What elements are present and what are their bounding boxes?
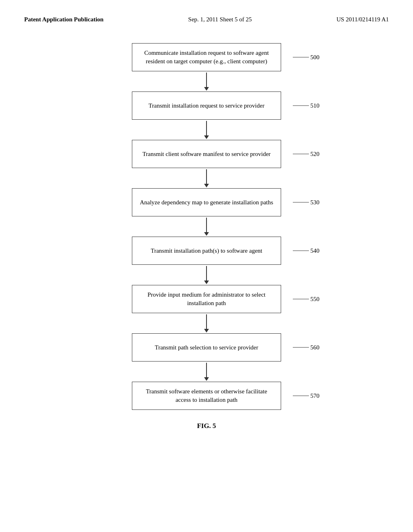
arrow-shaft-5 (206, 266, 207, 281)
box-510: Transmit installation request to service… (132, 91, 281, 120)
label-520: 520 (293, 151, 320, 158)
box-500: Communicate installation request to soft… (132, 43, 281, 71)
flow-item-510: Transmit installation request to service… (132, 91, 281, 120)
label-500-text: 500 (311, 54, 320, 61)
box-540-text: Transmit installation path(s) to softwar… (151, 247, 262, 255)
box-500-text: Communicate installation request to soft… (139, 49, 274, 66)
box-540: Transmit installation path(s) to softwar… (132, 237, 281, 265)
label-550: 550 (293, 296, 320, 303)
label-510: 510 (293, 102, 320, 109)
label-560-text: 560 (311, 344, 320, 351)
arrow-head-5 (204, 281, 209, 284)
label-540-text: 540 (311, 247, 320, 254)
flow-item-550: Provide input medium for administrator t… (132, 285, 281, 313)
label-540: 540 (293, 247, 320, 254)
box-550-text: Provide input medium for administrator t… (139, 291, 274, 308)
arrow-head-2 (204, 135, 209, 139)
box-570-text: Transmit software elements or otherwise … (139, 387, 274, 404)
arrow-head-3 (204, 184, 209, 187)
label-570-text: 570 (311, 393, 320, 399)
label-line-520 (293, 154, 309, 154)
arrow-5 (204, 265, 209, 285)
label-570: 570 (293, 393, 320, 399)
arrow-shaft-7 (206, 363, 207, 377)
box-510-text: Transmit installation request to service… (148, 102, 264, 110)
label-530: 530 (293, 199, 320, 206)
page-header: Patent Application Publication Sep. 1, 2… (0, 0, 413, 31)
label-line-560 (293, 347, 309, 348)
label-530-text: 530 (311, 199, 320, 206)
label-500: 500 (293, 54, 320, 61)
flow-item-570: Transmit software elements or otherwise … (132, 382, 281, 410)
arrow-shaft-1 (206, 73, 207, 87)
arrow-6 (204, 313, 209, 333)
arrow-head-7 (204, 377, 209, 381)
arrow-shaft-4 (206, 218, 207, 232)
arrow-shaft-6 (206, 314, 207, 329)
flow-item-530: Analyze dependency map to generate insta… (132, 188, 281, 216)
arrow-shaft-3 (206, 169, 207, 184)
label-520-text: 520 (311, 151, 320, 158)
box-530: Analyze dependency map to generate insta… (132, 188, 281, 216)
arrow-head-1 (204, 87, 209, 91)
label-510-text: 510 (311, 102, 320, 109)
box-550: Provide input medium for administrator t… (132, 285, 281, 313)
date-sheet-label: Sep. 1, 2011 Sheet 5 of 25 (188, 16, 252, 23)
box-520: Transmit client software manifest to ser… (132, 140, 281, 168)
label-550-text: 550 (311, 296, 320, 303)
arrow-7 (204, 362, 209, 382)
label-line-550 (293, 299, 309, 299)
arrow-head-4 (204, 232, 209, 236)
box-560: Transmit path selection to service provi… (132, 333, 281, 362)
arrow-shaft-2 (206, 121, 207, 135)
flow-item-560: Transmit path selection to service provi… (132, 333, 281, 362)
label-line-510 (293, 105, 309, 106)
label-560: 560 (293, 344, 320, 351)
patent-number-label: US 2011/0214119 A1 (336, 16, 389, 23)
label-line-500 (293, 57, 309, 58)
arrow-1 (204, 71, 209, 91)
publication-label: Patent Application Publication (24, 16, 104, 23)
flow-diagram: Communicate installation request to soft… (0, 31, 413, 446)
flow-item-520: Transmit client software manifest to ser… (132, 140, 281, 168)
label-line-540 (293, 250, 309, 251)
box-520-text: Transmit client software manifest to ser… (142, 150, 271, 158)
box-530-text: Analyze dependency map to generate insta… (140, 198, 273, 207)
box-570: Transmit software elements or otherwise … (132, 382, 281, 410)
figure-caption: FIG. 5 (197, 422, 216, 430)
label-line-530 (293, 202, 309, 203)
arrow-4 (204, 216, 209, 237)
label-line-570 (293, 395, 309, 396)
flow-item-500: Communicate installation request to soft… (132, 43, 281, 71)
arrow-head-6 (204, 329, 209, 332)
flow-item-540: Transmit installation path(s) to softwar… (132, 237, 281, 265)
arrow-2 (204, 120, 209, 140)
box-560-text: Transmit path selection to service provi… (155, 343, 258, 352)
arrow-3 (204, 168, 209, 188)
